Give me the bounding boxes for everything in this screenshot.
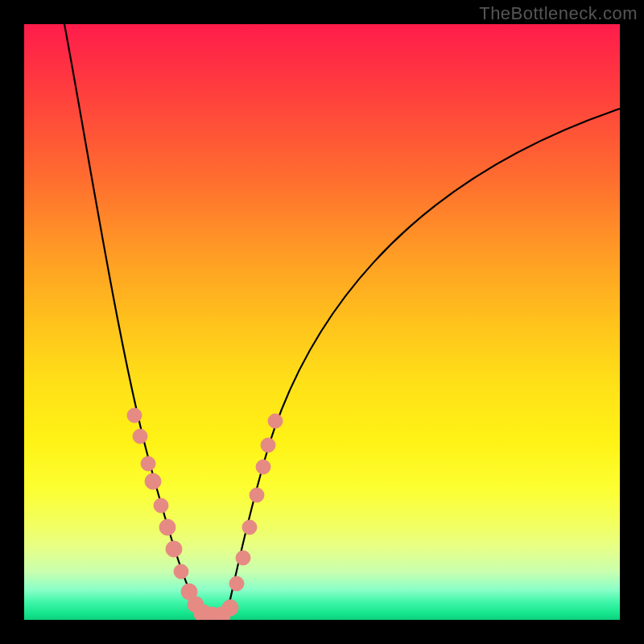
plot-area <box>24 24 620 620</box>
chart-container: TheBottleneck.com <box>0 0 644 644</box>
right-curve <box>225 109 620 620</box>
data-dot <box>222 600 238 616</box>
data-dot <box>154 498 168 513</box>
data-dot <box>159 519 175 535</box>
chart-svg <box>24 24 620 620</box>
data-dot <box>145 473 161 489</box>
data-dot <box>141 456 155 471</box>
data-dot <box>174 564 188 579</box>
data-dots <box>127 408 283 620</box>
data-dot <box>268 414 283 428</box>
watermark-text: TheBottleneck.com <box>479 3 638 24</box>
data-dot <box>250 488 264 502</box>
data-dot <box>229 576 244 591</box>
data-dot <box>127 408 142 423</box>
data-dot <box>256 460 270 474</box>
data-dot <box>236 551 250 565</box>
data-dot <box>133 429 147 444</box>
left-curve <box>64 24 205 620</box>
data-dot <box>166 541 182 557</box>
data-dot <box>261 438 275 452</box>
data-dot <box>242 520 257 535</box>
